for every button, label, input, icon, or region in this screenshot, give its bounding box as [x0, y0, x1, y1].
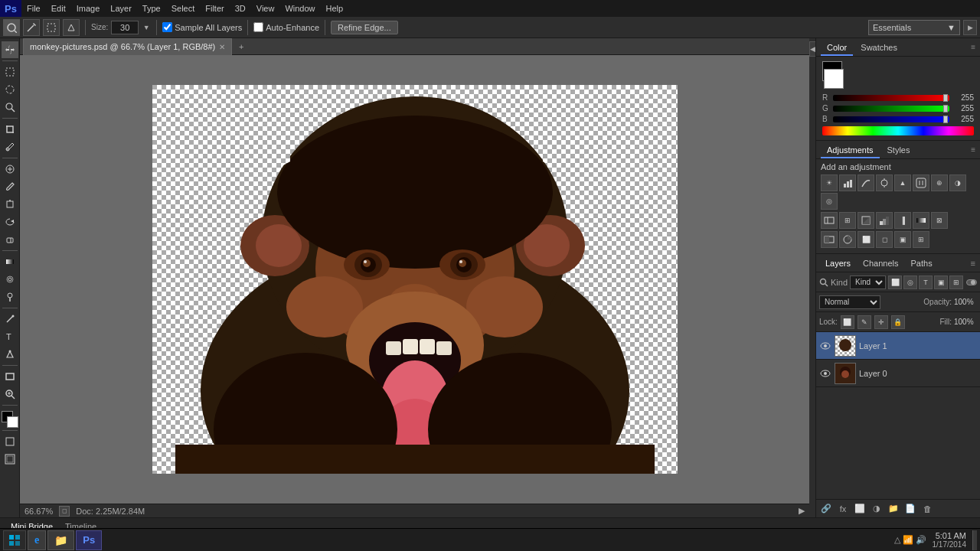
- adj-curves-mask[interactable]: ⬜: [858, 231, 874, 248]
- r-slider[interactable]: [833, 95, 949, 101]
- clone-stamp-tool[interactable]: [2, 196, 18, 213]
- adj-threshold[interactable]: ▐: [894, 212, 911, 229]
- r-slider-handle[interactable]: [943, 94, 948, 102]
- taskbar-ie[interactable]: e: [28, 530, 46, 550]
- adj-colorbalance[interactable]: ⊕: [931, 174, 948, 191]
- start-button[interactable]: [3, 530, 26, 550]
- layer-item-1[interactable]: Layer 1: [816, 332, 980, 360]
- lock-transparent-pixels[interactable]: ⬜: [841, 315, 854, 329]
- tab-styles[interactable]: Styles: [881, 142, 916, 158]
- b-slider-handle[interactable]: [943, 116, 948, 123]
- adj-vibrance[interactable]: ▲: [894, 174, 911, 191]
- layer-mask-btn[interactable]: ⬜: [853, 502, 867, 516]
- filter-pixel[interactable]: ⬜: [888, 276, 902, 289]
- g-slider-handle[interactable]: [943, 105, 948, 112]
- layer-0-visibility[interactable]: [819, 367, 831, 380]
- doc-tab-close[interactable]: ✕: [219, 43, 225, 51]
- adj-bw[interactable]: ◑: [949, 174, 966, 191]
- tool-btn-4[interactable]: [63, 19, 80, 36]
- menu-layer[interactable]: Layer: [105, 0, 137, 17]
- pen-tool[interactable]: [2, 311, 18, 328]
- brush-tool[interactable]: [2, 178, 18, 195]
- adj-vib-mask[interactable]: ▣: [894, 231, 911, 248]
- sample-all-layers-checkbox[interactable]: [162, 22, 172, 32]
- menu-filter[interactable]: Filter: [200, 0, 229, 17]
- adj-colorlookup[interactable]: ⊞: [839, 212, 856, 229]
- auto-enhance-checkbox[interactable]: [253, 22, 263, 32]
- filter-adjust[interactable]: ◎: [903, 276, 917, 289]
- tool-btn-3[interactable]: [43, 19, 60, 36]
- blend-mode-dropdown[interactable]: Normal: [819, 295, 880, 309]
- adj-hsl[interactable]: [913, 174, 929, 191]
- brush-size-dropdown[interactable]: ▼: [142, 21, 151, 34]
- color-panel-close[interactable]: ≡: [971, 43, 975, 51]
- color-fg-bg-box[interactable]: [822, 61, 850, 89]
- layer-delete-btn[interactable]: 🗑: [920, 502, 934, 516]
- background-color[interactable]: [7, 416, 18, 428]
- filter-shape[interactable]: ▣: [934, 276, 948, 289]
- fg-bg-colors[interactable]: [2, 411, 18, 428]
- history-brush-tool[interactable]: [2, 214, 18, 230]
- layer-adj-btn[interactable]: ◑: [870, 502, 884, 516]
- screen-mode-btn[interactable]: [2, 433, 18, 450]
- g-slider[interactable]: [833, 106, 949, 112]
- tab-adjustments[interactable]: Adjustments: [821, 142, 880, 158]
- layers-panel-menu[interactable]: ≡: [971, 259, 975, 268]
- healing-brush-tool[interactable]: [2, 161, 18, 178]
- adj-curves[interactable]: [858, 174, 874, 191]
- adj-invert[interactable]: [858, 212, 874, 229]
- eyedropper-tool[interactable]: [2, 139, 18, 155]
- new-tab-button[interactable]: +: [235, 39, 247, 54]
- adj-gradient-map[interactable]: [913, 212, 929, 229]
- quick-selection-tool-tb[interactable]: [2, 99, 18, 116]
- document-tab[interactable]: monkey-pictures.psd @ 66.7% (Layer 1, RG…: [23, 38, 232, 55]
- show-desktop-btn[interactable]: [972, 530, 977, 550]
- adj-brightness[interactable]: ☀: [821, 174, 838, 191]
- adj-channelmixer[interactable]: [821, 212, 838, 229]
- menu-3d[interactable]: 3D: [230, 0, 251, 17]
- adj-grid[interactable]: ⊞: [913, 231, 929, 248]
- filter-type-layer[interactable]: T: [919, 276, 933, 289]
- layer-item-0[interactable]: Layer 0: [816, 360, 980, 387]
- adj-posterize[interactable]: [876, 212, 893, 229]
- refine-edge-button[interactable]: Refine Edge...: [331, 21, 398, 34]
- layer-new-btn[interactable]: 📄: [903, 502, 917, 516]
- adj-photofilt[interactable]: ◎: [821, 193, 838, 210]
- change-screen-mode[interactable]: [2, 451, 18, 468]
- path-selection-tool[interactable]: [2, 346, 18, 363]
- taskbar-explorer[interactable]: 📁: [47, 530, 74, 550]
- zoom-tool[interactable]: [2, 386, 18, 403]
- menu-select[interactable]: Select: [166, 0, 201, 17]
- menu-image[interactable]: Image: [71, 0, 106, 17]
- rectangle-tool[interactable]: [2, 368, 18, 385]
- adj-lev-mask[interactable]: [839, 231, 856, 248]
- layer-link-btn[interactable]: 🔗: [819, 502, 833, 516]
- dodge-tool[interactable]: [2, 289, 18, 305]
- gradient-tool[interactable]: [2, 253, 18, 270]
- tab-swatches[interactable]: Swatches: [854, 39, 903, 56]
- eraser-tool[interactable]: [2, 231, 18, 248]
- adj-exp-mask[interactable]: ◻: [876, 231, 893, 248]
- crop-tool[interactable]: [2, 121, 18, 138]
- lock-position[interactable]: ✛: [874, 315, 888, 329]
- blur-tool[interactable]: [2, 271, 18, 288]
- menu-view[interactable]: View: [251, 0, 280, 17]
- tab-layers[interactable]: Layers: [821, 255, 855, 272]
- layer-fx-btn[interactable]: fx: [836, 502, 850, 516]
- rectangular-marquee-tool[interactable]: [2, 64, 18, 80]
- magic-wand-tool[interactable]: [23, 19, 40, 36]
- tab-channels[interactable]: Channels: [858, 255, 903, 272]
- adj-bright-mask[interactable]: [821, 231, 838, 248]
- adj-panel-close[interactable]: ≡: [971, 145, 975, 154]
- color-spectrum[interactable]: [822, 126, 974, 135]
- lock-image-pixels[interactable]: ✎: [858, 315, 871, 329]
- filter-smart[interactable]: ⊞: [949, 276, 963, 289]
- proof-colors-btn[interactable]: ◻: [59, 506, 70, 517]
- menu-edit[interactable]: Edit: [46, 0, 71, 17]
- layer-group-btn[interactable]: 📁: [887, 502, 900, 516]
- taskbar-ps[interactable]: Ps: [76, 530, 102, 550]
- quick-selection-tool[interactable]: [3, 19, 20, 36]
- canvas-wrapper[interactable]: [20, 55, 809, 504]
- menu-file[interactable]: File: [21, 0, 46, 17]
- background-color-swatch[interactable]: [824, 69, 844, 89]
